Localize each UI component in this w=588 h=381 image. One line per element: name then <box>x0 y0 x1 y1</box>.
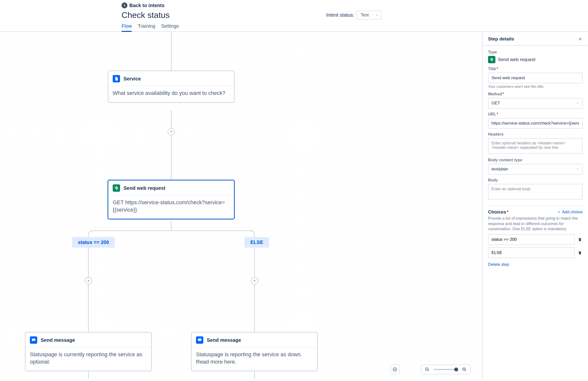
node-send-message-left[interactable]: Send message Statuspage is currently rep… <box>25 332 152 371</box>
body-content-type-select[interactable]: text/plain <box>488 164 583 175</box>
message-icon <box>196 336 203 344</box>
body-label: Body <box>488 178 583 182</box>
zoom-in-button[interactable] <box>462 366 467 372</box>
back-link-label: Back to intents <box>129 3 164 8</box>
intent-status-select[interactable]: Test <box>357 11 381 20</box>
choices-label: Choices* <box>488 209 508 215</box>
chevron-down-icon <box>375 13 378 18</box>
close-panel-button[interactable] <box>578 37 583 42</box>
intent-status-label: Intent status: <box>326 12 354 18</box>
branch-label-else[interactable]: ELSE <box>245 237 269 248</box>
step-details-panel: Step details Type Send web request Title… <box>482 32 588 379</box>
delete-choice-0-button[interactable] <box>577 237 583 242</box>
tab-settings[interactable]: Settings <box>161 22 179 31</box>
choices-description: Provide a list of expressions that going… <box>488 216 583 232</box>
title-note: Your customers won't see this title. <box>488 84 583 89</box>
page-title: Check status <box>122 10 170 20</box>
form-icon <box>113 75 120 82</box>
panel-title: Step details <box>488 36 514 42</box>
branch-label-status-200[interactable]: status == 200 <box>72 237 115 248</box>
body-content-type-label: Body content type <box>488 158 583 162</box>
tab-flow[interactable]: Flow <box>122 22 132 31</box>
zoom-out-button[interactable] <box>424 366 430 372</box>
add-choice-button[interactable]: Add choice <box>557 210 583 215</box>
recenter-button[interactable] <box>390 365 400 374</box>
add-step-button[interactable] <box>168 128 175 135</box>
web-request-icon <box>488 56 495 63</box>
delete-step-button[interactable]: Delete step <box>488 262 509 267</box>
choice-input-1[interactable] <box>488 247 575 258</box>
title-input[interactable] <box>488 73 583 83</box>
url-input[interactable] <box>488 118 583 129</box>
type-label: Type <box>488 50 583 54</box>
title-field-label: Title* <box>488 67 583 71</box>
choice-input-0[interactable] <box>488 234 575 245</box>
body-input[interactable] <box>488 184 583 200</box>
zoom-slider[interactable] <box>434 369 458 370</box>
node-send-web-request[interactable]: Send web request GET https://service-sta… <box>108 180 234 219</box>
method-select[interactable]: GET <box>488 98 583 109</box>
type-name: Send web request <box>498 57 535 62</box>
arrow-left-icon <box>122 2 127 8</box>
back-to-intents-link[interactable]: Back to intents <box>122 2 381 8</box>
svg-point-0 <box>395 369 396 370</box>
add-step-right-button[interactable] <box>251 277 258 284</box>
web-request-icon <box>113 184 120 192</box>
url-label: URL* <box>488 112 583 116</box>
node-send-message-right[interactable]: Send message Statuspage is reporting the… <box>191 332 318 371</box>
method-label: Method* <box>488 92 583 96</box>
delete-choice-1-button[interactable] <box>577 250 583 255</box>
tab-training[interactable]: Training <box>138 22 155 31</box>
headers-input[interactable] <box>488 138 583 154</box>
add-step-left-button[interactable] <box>85 277 92 284</box>
node-service[interactable]: Service What service availability do you… <box>108 71 234 103</box>
headers-label: Headers <box>488 132 583 136</box>
message-icon <box>30 336 37 344</box>
zoom-controls <box>421 365 471 374</box>
